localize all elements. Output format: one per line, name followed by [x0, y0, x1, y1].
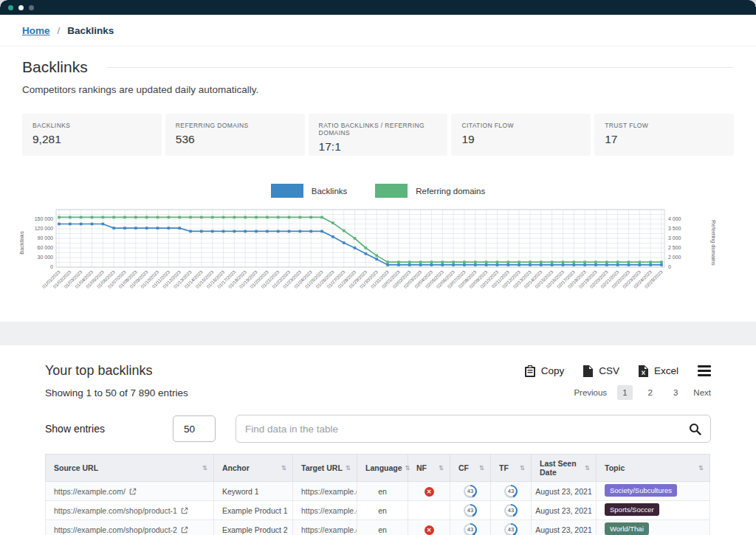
- language-value: en: [378, 487, 387, 496]
- column-header-anchor[interactable]: Anchor⇅: [214, 455, 293, 482]
- legend-swatch-referring-domains: [375, 184, 408, 198]
- stat-value: 17:1: [319, 140, 438, 153]
- column-label: Source URL: [54, 463, 98, 472]
- column-label: TF: [499, 463, 509, 472]
- column-label: Anchor: [222, 463, 250, 472]
- excel-file-icon: [639, 365, 648, 377]
- source-url-link[interactable]: https://example.com/: [54, 487, 207, 496]
- window-dot-white[interactable]: [18, 5, 24, 10]
- svg-text:30 000: 30 000: [38, 255, 54, 260]
- cf-score-badge: 43: [464, 504, 477, 517]
- app-window: Home / Backlinks Backlinks Competitors r…: [0, 0, 756, 535]
- column-header-source-url[interactable]: Source URL⇅: [46, 455, 214, 482]
- stat-value: 9,281: [32, 133, 151, 146]
- column-label: NF: [416, 463, 427, 472]
- stat-label: RATIO BACKLINKS / REFERRING DOMAINS: [319, 122, 438, 137]
- table-row[interactable]: https://example.com/Keyword 1https://exa…: [46, 482, 710, 501]
- pagination-page-1[interactable]: 1: [617, 385, 632, 400]
- sort-icon: ⇅: [520, 464, 525, 472]
- stat-value: 17: [605, 133, 724, 146]
- column-header-cf[interactable]: CF⇅: [450, 455, 491, 482]
- svg-text:4 000: 4 000: [668, 216, 681, 221]
- search-icon[interactable]: [689, 423, 701, 435]
- stat-label: CITATION FLOW: [461, 122, 580, 129]
- last-seen-date: August 23, 2021: [535, 506, 591, 515]
- last-seen-date: August 23, 2021: [535, 525, 591, 534]
- target-url-link[interactable]: https://example.com/: [301, 487, 351, 496]
- svg-text:3 500: 3 500: [668, 226, 681, 231]
- svg-text:60 000: 60 000: [38, 245, 54, 250]
- target-url-link[interactable]: https://example.com/: [301, 525, 351, 534]
- stat-card-ratio: RATIO BACKLINKS / REFERRING DOMAINS 17:1: [309, 114, 448, 156]
- excel-button[interactable]: Excel: [639, 365, 678, 377]
- stat-label: REFERRING DOMAINS: [176, 122, 295, 129]
- stat-value: 536: [176, 133, 295, 146]
- sort-icon: ⇅: [698, 464, 704, 472]
- table-section-title: Your top backlinks: [45, 363, 152, 379]
- language-value: en: [378, 506, 387, 515]
- pagination-page-3[interactable]: 3: [668, 385, 683, 400]
- pagination: Previous 1 2 3 Next: [574, 385, 711, 400]
- breadcrumb-separator: /: [58, 25, 61, 36]
- table-header-row: Source URL⇅Anchor⇅Target URL⇅Language⇅NF…: [46, 455, 710, 482]
- window-dot-gray[interactable]: [29, 5, 34, 10]
- topic-badge: Sports/Soccer: [605, 503, 659, 516]
- copy-button[interactable]: Copy: [525, 365, 565, 377]
- svg-text:90 000: 90 000: [38, 235, 54, 241]
- legend-item-referring-domains[interactable]: Referring domains: [375, 184, 485, 198]
- showing-entries-text: Showing 1 to 50 of 7 890 entries: [45, 387, 188, 398]
- pagination-next[interactable]: Next: [693, 388, 711, 397]
- sort-icon: ⇅: [281, 464, 286, 472]
- legend-item-backlinks[interactable]: Backlinks: [271, 184, 348, 198]
- page-header: Backlinks Competitors rankings are updat…: [0, 46, 756, 95]
- title-bar: [0, 0, 756, 15]
- backlinks-table: Source URL⇅Anchor⇅Target URL⇅Language⇅NF…: [45, 454, 710, 535]
- stat-label: TRUST FLOW: [605, 122, 724, 129]
- tf-score-badge: 43: [504, 523, 518, 535]
- anchor-text: Example Product 1: [222, 506, 288, 515]
- pagination-previous[interactable]: Previous: [574, 388, 607, 397]
- column-label: Topic: [605, 463, 625, 472]
- clipboard-icon: [525, 365, 535, 377]
- column-header-topic[interactable]: Topic⇅: [597, 455, 710, 482]
- window-dot-green[interactable]: [8, 5, 13, 10]
- section-divider-band: [0, 322, 756, 345]
- menu-icon[interactable]: [698, 365, 711, 376]
- stat-value: 19: [461, 133, 580, 146]
- sort-icon: ⇅: [405, 464, 410, 472]
- copy-button-label: Copy: [541, 365, 565, 376]
- stat-card-referring-domains: REFERRING DOMAINS 536: [165, 114, 305, 156]
- external-link-icon: [181, 507, 188, 514]
- topic-badge: World/Thai: [605, 522, 649, 535]
- svg-text:0: 0: [50, 264, 53, 269]
- nofollow-icon: ✕: [425, 525, 434, 535]
- column-header-language[interactable]: Language⇅: [357, 455, 408, 482]
- table-row[interactable]: https://example.com/shop/product-1Exampl…: [46, 501, 710, 520]
- source-url-link[interactable]: https://example.com/shop/product-1: [54, 506, 207, 515]
- external-link-icon: [129, 488, 137, 495]
- pagination-page-2[interactable]: 2: [643, 385, 658, 400]
- target-url-link[interactable]: https://example.com/: [301, 506, 351, 515]
- column-header-last-seen-date[interactable]: Last Seen Date⇅: [532, 455, 597, 482]
- backlinks-chart: 030 00060 00090 000120 000150 00002 0002…: [9, 205, 747, 306]
- column-label: CF: [458, 463, 469, 472]
- sort-icon: ⇅: [439, 464, 444, 472]
- svg-text:2 500: 2 500: [668, 245, 681, 250]
- cf-score-badge: 43: [464, 485, 477, 498]
- column-header-nf[interactable]: NF⇅: [408, 455, 450, 482]
- legend-swatch-backlinks: [271, 184, 303, 198]
- entries-count-input[interactable]: [173, 415, 216, 442]
- csv-button[interactable]: CSV: [583, 365, 619, 377]
- column-header-target-url[interactable]: Target URL⇅: [293, 455, 357, 482]
- source-url-link[interactable]: https://example.com/shop/product-2: [54, 525, 207, 534]
- table-row[interactable]: https://example.com/shop/product-2Exampl…: [46, 520, 710, 535]
- svg-text:3 000: 3 000: [668, 235, 681, 241]
- table-toolbar: Copy CSV Excel: [525, 365, 711, 377]
- column-label: Last Seen Date: [540, 459, 582, 477]
- column-header-tf[interactable]: TF⇅: [491, 455, 532, 482]
- breadcrumb-home-link[interactable]: Home: [22, 25, 50, 36]
- show-entries-label: Show entries: [45, 423, 173, 435]
- nofollow-icon: ✕: [425, 487, 434, 497]
- table-search-input[interactable]: [245, 424, 689, 435]
- legend-label: Referring domains: [416, 187, 485, 196]
